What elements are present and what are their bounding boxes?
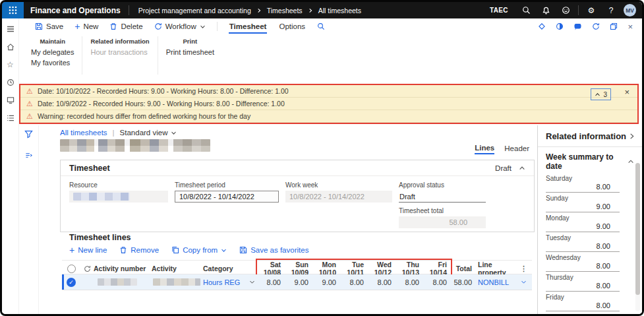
chevron-right-icon[interactable] (628, 133, 635, 140)
column-activity[interactable]: Activity (152, 265, 203, 272)
remove-line-button[interactable]: Remove (119, 246, 159, 254)
grid-refresh-icon[interactable] (84, 265, 91, 272)
hours-cell-mon[interactable]: 9.00 (312, 278, 340, 286)
chevron-up-icon (595, 92, 600, 98)
company-picker[interactable]: TAEC (490, 7, 508, 14)
chevron-down-icon (221, 247, 227, 253)
modules-list-icon[interactable] (7, 113, 15, 123)
tab-lines[interactable]: Lines (475, 144, 494, 154)
contrast-icon[interactable] (556, 22, 564, 30)
column-activity-number[interactable]: Activity number (94, 265, 152, 272)
topbar-divider (578, 5, 579, 15)
open-list-icon[interactable] (25, 152, 32, 159)
select-all-circle[interactable] (67, 265, 76, 273)
warning-triangle-icon: ⚠ (26, 113, 33, 120)
help-icon[interactable]: ? (604, 3, 618, 18)
copy-from-button[interactable]: Copy from (171, 246, 227, 254)
hours-cell-wed[interactable]: 8.00 (368, 278, 395, 286)
new-line-button[interactable]: + New line (69, 246, 107, 254)
save-icon (239, 246, 247, 254)
lines-section-title: Timesheet lines (69, 233, 131, 242)
approval-status-input[interactable]: Draft (399, 191, 486, 203)
refresh-icon[interactable] (592, 22, 600, 30)
column-total[interactable]: Total (451, 265, 476, 272)
redacted-record-title (60, 139, 210, 152)
scrollbar-thumb[interactable] (635, 163, 640, 295)
warning-message: ⚠ Warning: recorded hours differ from de… (20, 110, 637, 123)
collapse-section-icon[interactable] (519, 165, 525, 172)
warning-triangle-icon: ⚠ (26, 88, 33, 95)
work-week-field: Work week 10/8/2022 - 10/14/2022 (285, 181, 392, 228)
panel-scrollbar[interactable] (635, 163, 640, 311)
save-button[interactable]: Save (35, 22, 63, 30)
my-favorites-button[interactable]: My favorites (31, 59, 70, 67)
collapse-messages-button[interactable]: 3 (591, 88, 611, 100)
hours-cell-tue[interactable]: 8.00 (340, 278, 368, 286)
recent-clock-icon[interactable] (7, 78, 15, 87)
feedback-smiley-icon[interactable] (558, 3, 573, 18)
line-property-dropdown[interactable]: NONBILL (476, 278, 519, 286)
grid-options-icon[interactable]: ⋮ (519, 265, 528, 273)
hours-cell-sun[interactable]: 9.00 (285, 278, 312, 286)
chevron-down-icon (249, 279, 255, 285)
view-selector[interactable]: Standard view (120, 129, 177, 137)
chevron-right-icon (256, 8, 262, 13)
day-summary-thursday: Thursday 8.00 (538, 272, 642, 292)
timesheet-period-field: Timesheet period 10/8/2022 - 10/14/2022 (175, 181, 279, 228)
breadcrumb-current[interactable]: All timesheets (318, 7, 361, 15)
redacted-activity-number (98, 278, 137, 286)
chevron-down-icon (171, 130, 177, 136)
filter-rail (19, 125, 39, 314)
print-timesheet-button[interactable]: Print timesheet (166, 48, 214, 56)
breadcrumb-module[interactable]: Project management and accounting (138, 7, 251, 15)
warning-message: ⚠ Date: 10/10/2022 - Recorded Hours: 9.0… (20, 85, 637, 98)
timesheet-period-input[interactable]: 10/8/2022 - 10/14/2022 (175, 191, 279, 203)
row-selected-check-icon[interactable]: ✓ (67, 278, 76, 287)
tab-header[interactable]: Header (504, 144, 529, 154)
hours-cell-sat[interactable]: 8.00 (257, 278, 285, 286)
day-summary-tuesday: Tuesday 8.00 (538, 232, 642, 252)
timesheet-lines-grid: Activity number Activity Category Sat 10… (62, 260, 532, 290)
timesheet-header-section: Timesheet Draft Resource Timesheet perio… (60, 160, 535, 232)
copilot-chat-icon[interactable] (573, 22, 582, 31)
close-icon[interactable]: × (628, 22, 633, 32)
day-hours-value: 9.00 (546, 222, 620, 232)
chevron-down-icon[interactable] (519, 279, 528, 285)
chevron-down-icon (200, 24, 206, 30)
breadcrumb-page[interactable]: Timesheets (267, 7, 303, 15)
workspaces-icon[interactable] (7, 96, 15, 105)
category-dropdown[interactable]: Hours REG (203, 278, 257, 286)
home-icon[interactable] (7, 42, 15, 51)
delete-button[interactable]: Delete (109, 22, 142, 30)
favorites-star-icon[interactable]: ☆ (7, 60, 14, 69)
filter-funnel-icon[interactable] (24, 130, 33, 139)
column-category[interactable]: Category (203, 265, 257, 272)
app-launcher-icon[interactable] (2, 2, 24, 18)
office-diamond-icon[interactable] (538, 22, 546, 30)
page-body: All timesheets | Standard view Lines Hea… (19, 125, 642, 314)
alerts-bell-icon[interactable] (539, 3, 553, 18)
action-search-icon[interactable] (317, 22, 325, 30)
hours-cell-fri[interactable]: 8.00 (423, 278, 451, 286)
action-pane: Save + New Delete Workflow Timesheet Opt… (19, 18, 642, 34)
header-fields: Resource Timesheet period 10/8/2022 - 10… (61, 176, 534, 228)
all-timesheets-link[interactable]: All timesheets (60, 129, 107, 137)
ribbon-group-print: Print Print timesheet (158, 34, 222, 77)
grid-header-row: Activity number Activity Category Sat 10… (62, 260, 532, 274)
my-delegates-button[interactable]: My delegates (31, 48, 74, 56)
timesheet-line-row[interactable]: ✓ Hours REG 8.00 9.00 9.00 8.00 8.00 8.0… (62, 274, 532, 290)
timesheet-total-input: 58.00 (399, 216, 486, 228)
save-as-favorites-button[interactable]: Save as favorites (239, 246, 308, 254)
tab-options[interactable]: Options (278, 21, 306, 32)
chevron-up-icon[interactable] (628, 158, 634, 165)
close-messages-icon[interactable]: × (624, 87, 629, 97)
open-in-new-window-icon[interactable] (610, 22, 618, 30)
workflow-button[interactable]: Workflow (154, 22, 206, 30)
search-icon[interactable] (519, 3, 533, 18)
hours-cell-thu[interactable]: 8.00 (395, 278, 423, 286)
settings-gear-icon[interactable]: ⚙ (584, 3, 599, 18)
tab-timesheet[interactable]: Timesheet (229, 21, 268, 32)
hamburger-menu-icon[interactable] (7, 24, 15, 34)
new-button[interactable]: + New (74, 22, 98, 30)
user-avatar[interactable]: MV (624, 4, 636, 16)
